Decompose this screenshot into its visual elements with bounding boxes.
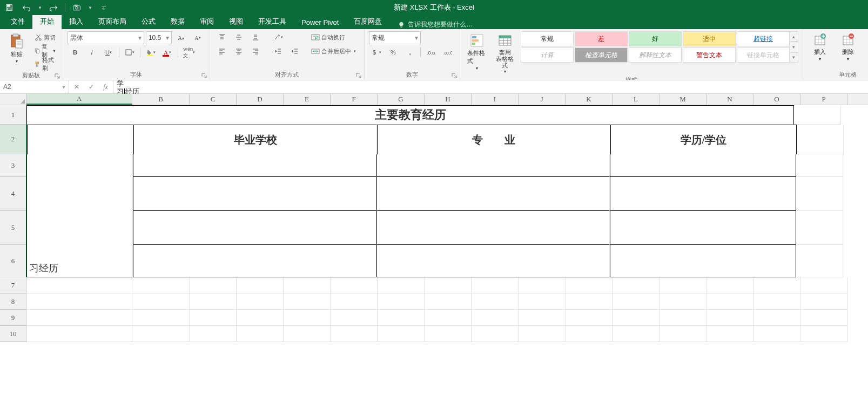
cell[interactable] (472, 310, 519, 326)
cell[interactable] (237, 326, 284, 342)
col-header-H[interactable]: H (425, 94, 472, 105)
cell[interactable] (425, 277, 472, 293)
col-header-B[interactable]: B (132, 94, 190, 105)
tab-insert[interactable]: 插入 (62, 13, 91, 29)
cell[interactable] (190, 277, 237, 293)
tell-me[interactable]: 告诉我您想要做什么… (398, 20, 473, 29)
cell[interactable] (26, 310, 132, 326)
cell[interactable] (613, 310, 660, 326)
cell-A2[interactable] (27, 125, 133, 154)
copy-button[interactable]: 复制▼ (32, 45, 58, 57)
gallery-scroll[interactable]: ▴▾▾ (790, 31, 798, 63)
cell[interactable] (610, 177, 796, 211)
phonetic-button[interactable]: wén文▾ (181, 46, 197, 58)
cell[interactable] (376, 211, 610, 245)
cell[interactable] (660, 326, 706, 342)
cancel-edit-button[interactable]: ✕ (69, 83, 84, 91)
cell[interactable] (566, 293, 613, 310)
cell[interactable] (753, 277, 800, 293)
tab-powerpivot[interactable]: Power Pivot (294, 15, 346, 29)
cell[interactable] (660, 293, 706, 310)
cell[interactable] (26, 277, 132, 293)
dialog-launcher-icon[interactable] (54, 73, 60, 79)
redo-icon[interactable] (48, 2, 59, 13)
style-check[interactable]: 检查单元格 (575, 47, 628, 63)
cell[interactable] (376, 154, 610, 177)
comma-button[interactable]: , (402, 46, 418, 58)
bold-button[interactable]: B (68, 46, 83, 58)
row-header-1[interactable]: 1 (0, 105, 26, 125)
cell[interactable] (132, 277, 190, 293)
italic-button[interactable]: I (84, 46, 99, 58)
cell[interactable] (425, 310, 472, 326)
cell[interactable] (378, 310, 425, 326)
cell[interactable] (284, 326, 331, 342)
col-header-G[interactable]: G (378, 94, 425, 105)
align-left-button[interactable] (214, 45, 230, 57)
cell[interactable] (753, 326, 800, 342)
tab-devtools[interactable]: 开发工具 (251, 13, 294, 29)
cell[interactable] (796, 211, 843, 245)
cell[interactable] (660, 310, 706, 326)
col-header-I[interactable]: I (472, 94, 519, 105)
formula-bar[interactable]: 学 习经历 (113, 80, 868, 93)
col-header-F[interactable]: F (331, 94, 378, 105)
cell[interactable] (706, 326, 753, 342)
style-good[interactable]: 好 (629, 31, 682, 46)
cell[interactable] (472, 293, 519, 310)
cell[interactable] (190, 326, 237, 342)
cell[interactable] (519, 277, 566, 293)
tab-layout[interactable]: 页面布局 (91, 13, 134, 29)
cell[interactable] (331, 310, 378, 326)
chevron-down-icon[interactable]: ▼ (38, 5, 42, 10)
cell[interactable] (425, 326, 472, 342)
cell[interactable] (378, 326, 425, 342)
cell[interactable]: 学历/学位 (610, 125, 797, 154)
cell[interactable]: 习经历 (26, 245, 133, 277)
cell[interactable] (519, 310, 566, 326)
cell[interactable] (797, 125, 844, 154)
dialog-launcher-icon[interactable] (355, 72, 362, 79)
cell[interactable] (800, 310, 847, 326)
cell[interactable] (190, 293, 237, 310)
row-header-5[interactable]: 5 (0, 211, 26, 245)
col-header-A[interactable]: A (26, 94, 132, 105)
cell[interactable] (284, 310, 331, 326)
style-normal[interactable]: 常规 (521, 31, 574, 46)
cell[interactable] (706, 293, 753, 310)
cell[interactable] (796, 154, 843, 177)
cell[interactable] (425, 293, 472, 310)
row-header-8[interactable]: 8 (0, 293, 26, 310)
col-header-P[interactable]: P (800, 94, 847, 105)
cell[interactable] (132, 293, 190, 310)
tab-file[interactable]: 文件 (3, 13, 32, 29)
row-header-6[interactable]: 6 (0, 245, 26, 277)
delete-cells-button[interactable]: 删除▼ (836, 31, 860, 63)
cell[interactable] (26, 211, 133, 245)
orientation-button[interactable]: ▾ (271, 31, 286, 43)
cell[interactable] (378, 277, 425, 293)
cell[interactable] (519, 293, 566, 310)
style-bad[interactable]: 差 (575, 31, 628, 46)
style-linked-cell[interactable]: 链接单元格 (737, 47, 790, 63)
cell[interactable] (796, 177, 843, 211)
align-bottom-button[interactable] (248, 31, 263, 43)
cell[interactable] (133, 245, 376, 277)
insert-cells-button[interactable]: 插入▼ (808, 31, 832, 63)
underline-button[interactable]: U▾ (101, 46, 116, 58)
cell[interactable] (378, 293, 425, 310)
align-middle-button[interactable] (231, 31, 246, 43)
cell[interactable] (284, 293, 331, 310)
cell[interactable] (133, 154, 376, 177)
accounting-button[interactable]: $▾ (369, 46, 384, 58)
tab-home[interactable]: 开始 (32, 13, 62, 29)
undo-icon[interactable] (21, 2, 32, 13)
row-header-7[interactable]: 7 (0, 277, 26, 293)
insert-function-button[interactable]: fx (98, 83, 113, 91)
save-icon[interactable] (3, 2, 15, 13)
confirm-edit-button[interactable]: ✓ (84, 83, 98, 91)
select-all-corner[interactable] (0, 94, 26, 105)
percent-button[interactable]: % (386, 46, 401, 58)
increase-decimal-button[interactable]: .0.00 (423, 46, 439, 58)
cell[interactable] (331, 293, 378, 310)
